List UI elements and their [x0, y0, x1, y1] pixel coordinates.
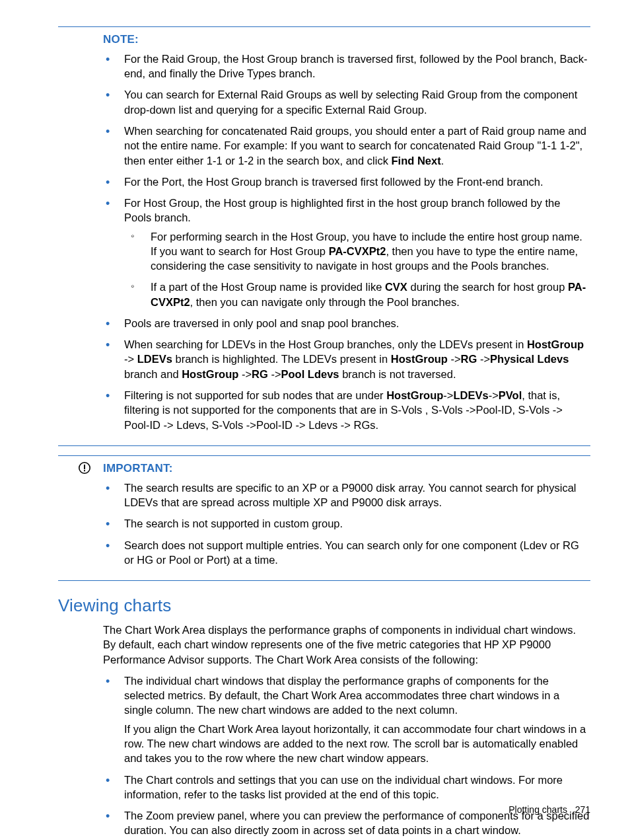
note-item-text: For the Port, the Host Group branch is t… — [124, 176, 543, 188]
note-sublist: For performing search in the Host Group,… — [124, 229, 590, 309]
note-item-text: When searching for LDEVs in the Host Gro… — [124, 338, 584, 380]
note-item: You can search for External Raid Groups … — [103, 87, 590, 117]
section-item: The Chart controls and settings that you… — [103, 773, 590, 802]
note-item-text: You can search for External Raid Groups … — [124, 89, 577, 115]
important-item-text: Search does not support multiple entries… — [124, 539, 579, 566]
note-item-text: When searching for concatenated Raid gro… — [124, 125, 586, 167]
important-item: The search results are specific to an XP… — [103, 480, 590, 510]
note-item-text: Filtering is not supported for sub nodes… — [124, 389, 563, 431]
section-item-text: The Chart controls and settings that you… — [124, 774, 563, 800]
note-subitem: For performing search in the Host Group,… — [124, 229, 590, 274]
note-item-text: For the Raid Group, the Host Group branc… — [124, 53, 588, 79]
page-footer: Plotting charts 271 — [508, 804, 590, 816]
note-label: NOTE: — [103, 32, 590, 48]
section-item-extra: If you align the Chart Work Area layout … — [124, 722, 590, 766]
note-item: For the Raid Group, the Host Group branc… — [103, 52, 590, 81]
footer-text: Plotting charts — [508, 804, 567, 815]
note-item: When searching for concatenated Raid gro… — [103, 124, 590, 168]
important-item-text: The search is not supported in custom gr… — [124, 517, 343, 529]
note-item: For Host Group, the Host group is highli… — [103, 196, 590, 309]
important-item-text: The search results are specific to an XP… — [124, 482, 577, 508]
section-item-text: The individual chart windows that displa… — [124, 675, 559, 716]
note-body: NOTE: For the Raid Group, the Host Group… — [103, 32, 590, 432]
important-label: IMPORTANT: — [103, 461, 590, 477]
note-item: When searching for LDEVs in the Host Gro… — [103, 337, 590, 381]
important-item: The search is not supported in custom gr… — [103, 516, 590, 531]
important-icon — [78, 461, 91, 475]
svg-rect-1 — [84, 465, 85, 469]
section-heading: Viewing charts — [58, 594, 590, 617]
important-item: Search does not support multiple entries… — [103, 538, 590, 568]
note-item-text: Pools are traversed in only pool and sna… — [124, 317, 399, 329]
note-item: For the Port, the Host Group branch is t… — [103, 174, 590, 189]
section-item: The individual chart windows that displa… — [103, 673, 590, 766]
svg-rect-2 — [84, 470, 85, 471]
footer-page: 271 — [575, 804, 590, 815]
note-item: Filtering is not supported for sub nodes… — [103, 388, 590, 432]
section-intro: The Chart Work Area displays the perform… — [103, 623, 590, 667]
note-list: For the Raid Group, the Host Group branc… — [103, 52, 590, 432]
important-callout: IMPORTANT: The search results are specif… — [58, 455, 590, 581]
note-item-text: For Host Group, the Host group is highli… — [124, 197, 560, 223]
note-subitem: If a part of the Host Group name is prov… — [124, 280, 590, 309]
important-list: The search results are specific to an XP… — [103, 480, 590, 567]
important-body: IMPORTANT: The search results are specif… — [103, 461, 590, 567]
note-item: Pools are traversed in only pool and sna… — [103, 316, 590, 330]
document-page: NOTE: For the Raid Group, the Host Group… — [0, 0, 630, 840]
note-callout: NOTE: For the Raid Group, the Host Group… — [58, 26, 590, 446]
